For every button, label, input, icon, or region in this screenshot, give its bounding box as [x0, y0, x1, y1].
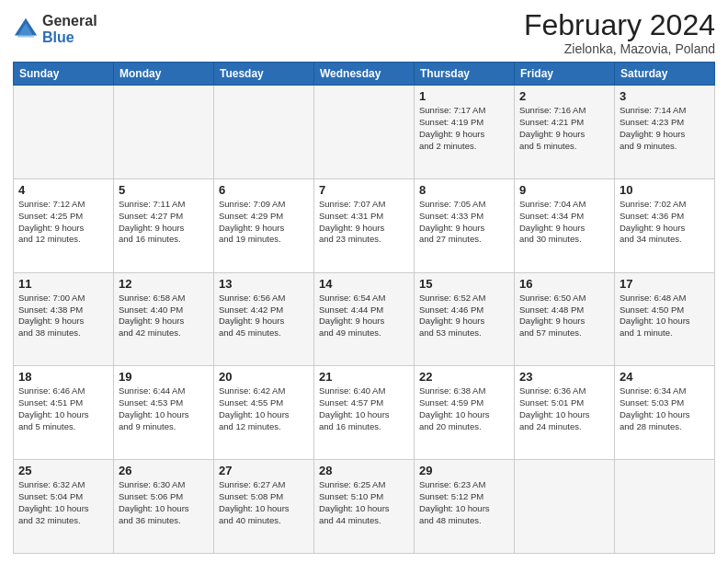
calendar-cell: 1Sunrise: 7:17 AM Sunset: 4:19 PM Daylig…: [415, 86, 515, 179]
col-monday: Monday: [114, 63, 214, 86]
calendar-cell: 12Sunrise: 6:58 AM Sunset: 4:40 PM Dayli…: [114, 272, 214, 366]
calendar-cell: [615, 460, 715, 554]
day-number: 6: [219, 183, 309, 197]
calendar-cell: 15Sunrise: 6:52 AM Sunset: 4:46 PM Dayli…: [415, 272, 515, 366]
day-info: Sunrise: 6:42 AM Sunset: 4:55 PM Dayligh…: [219, 385, 309, 432]
day-info: Sunrise: 7:02 AM Sunset: 4:36 PM Dayligh…: [620, 199, 710, 246]
calendar-cell: 17Sunrise: 6:48 AM Sunset: 4:50 PM Dayli…: [615, 272, 715, 366]
calendar-cell: 2Sunrise: 7:16 AM Sunset: 4:21 PM Daylig…: [515, 86, 615, 179]
day-number: 22: [419, 370, 509, 384]
day-number: 16: [519, 277, 609, 291]
day-number: 3: [620, 89, 710, 103]
calendar-cell: 6Sunrise: 7:09 AM Sunset: 4:29 PM Daylig…: [214, 178, 314, 272]
calendar-cell: 19Sunrise: 6:44 AM Sunset: 4:53 PM Dayli…: [114, 366, 214, 460]
calendar-cell: 3Sunrise: 7:14 AM Sunset: 4:23 PM Daylig…: [615, 86, 715, 179]
calendar-body: 1Sunrise: 7:17 AM Sunset: 4:19 PM Daylig…: [14, 86, 715, 554]
day-info: Sunrise: 6:52 AM Sunset: 4:46 PM Dayligh…: [419, 293, 509, 339]
day-info: Sunrise: 6:44 AM Sunset: 4:53 PM Dayligh…: [119, 385, 209, 432]
day-number: 20: [219, 370, 309, 384]
calendar-cell: 18Sunrise: 6:46 AM Sunset: 4:51 PM Dayli…: [14, 366, 114, 460]
logo-general-text: General: [42, 13, 97, 29]
day-info: Sunrise: 6:38 AM Sunset: 4:59 PM Dayligh…: [419, 385, 509, 432]
day-number: 19: [119, 370, 209, 384]
day-number: 24: [620, 370, 710, 384]
calendar-cell: 16Sunrise: 6:50 AM Sunset: 4:48 PM Dayli…: [515, 272, 615, 366]
calendar-cell: [515, 460, 615, 554]
col-tuesday: Tuesday: [214, 63, 314, 86]
day-info: Sunrise: 6:36 AM Sunset: 5:01 PM Dayligh…: [519, 385, 609, 432]
calendar-cell: 28Sunrise: 6:25 AM Sunset: 5:10 PM Dayli…: [314, 460, 415, 554]
title-block: February 2024 Zielonka, Mazovia, Poland: [524, 9, 715, 56]
day-number: 1: [419, 89, 509, 103]
col-wednesday: Wednesday: [314, 63, 415, 86]
day-number: 9: [519, 183, 609, 197]
day-number: 15: [419, 277, 509, 291]
day-info: Sunrise: 7:07 AM Sunset: 4:31 PM Dayligh…: [319, 199, 409, 246]
day-info: Sunrise: 7:09 AM Sunset: 4:29 PM Dayligh…: [219, 199, 309, 246]
logo-icon: [13, 17, 39, 42]
day-info: Sunrise: 7:17 AM Sunset: 4:19 PM Dayligh…: [419, 105, 509, 152]
calendar-week-3: 11Sunrise: 7:00 AM Sunset: 4:38 PM Dayli…: [14, 272, 715, 366]
day-number: 28: [319, 464, 409, 477]
day-number: 13: [219, 277, 309, 291]
col-thursday: Thursday: [415, 63, 515, 86]
calendar-cell: 7Sunrise: 7:07 AM Sunset: 4:31 PM Daylig…: [314, 178, 415, 272]
logo-blue-text: Blue: [42, 29, 97, 46]
day-number: 5: [119, 183, 209, 197]
day-number: 23: [519, 370, 609, 384]
header: General Blue February 2024 Zielonka, Maz…: [13, 9, 715, 56]
day-info: Sunrise: 7:11 AM Sunset: 4:27 PM Dayligh…: [119, 199, 209, 246]
calendar-cell: 4Sunrise: 7:12 AM Sunset: 4:25 PM Daylig…: [14, 178, 114, 272]
calendar-week-2: 4Sunrise: 7:12 AM Sunset: 4:25 PM Daylig…: [14, 178, 715, 272]
calendar-cell: 29Sunrise: 6:23 AM Sunset: 5:12 PM Dayli…: [415, 460, 515, 554]
day-number: 2: [519, 89, 609, 103]
subtitle: Zielonka, Mazovia, Poland: [524, 41, 715, 56]
day-info: Sunrise: 7:12 AM Sunset: 4:25 PM Dayligh…: [18, 199, 108, 246]
calendar-cell: 11Sunrise: 7:00 AM Sunset: 4:38 PM Dayli…: [14, 272, 114, 366]
calendar-table: Sunday Monday Tuesday Wednesday Thursday…: [13, 62, 715, 554]
day-number: 17: [620, 277, 710, 291]
day-info: Sunrise: 6:54 AM Sunset: 4:44 PM Dayligh…: [319, 293, 409, 339]
day-info: Sunrise: 7:14 AM Sunset: 4:23 PM Dayligh…: [620, 105, 710, 152]
logo-text: General Blue: [42, 13, 97, 45]
day-number: 27: [219, 464, 309, 477]
day-number: 18: [18, 370, 108, 384]
calendar-cell: 5Sunrise: 7:11 AM Sunset: 4:27 PM Daylig…: [114, 178, 214, 272]
day-info: Sunrise: 7:00 AM Sunset: 4:38 PM Dayligh…: [18, 293, 108, 339]
calendar-cell: 26Sunrise: 6:30 AM Sunset: 5:06 PM Dayli…: [114, 460, 214, 554]
calendar-cell: [114, 86, 214, 179]
day-info: Sunrise: 6:48 AM Sunset: 4:50 PM Dayligh…: [620, 293, 710, 339]
calendar-cell: 24Sunrise: 6:34 AM Sunset: 5:03 PM Dayli…: [615, 366, 715, 460]
calendar-cell: [214, 86, 314, 179]
calendar-cell: 23Sunrise: 6:36 AM Sunset: 5:01 PM Dayli…: [515, 366, 615, 460]
col-saturday: Saturday: [615, 63, 715, 86]
calendar-week-4: 18Sunrise: 6:46 AM Sunset: 4:51 PM Dayli…: [14, 366, 715, 460]
day-info: Sunrise: 6:58 AM Sunset: 4:40 PM Dayligh…: [119, 293, 209, 339]
calendar-cell: 27Sunrise: 6:27 AM Sunset: 5:08 PM Dayli…: [214, 460, 314, 554]
calendar-week-1: 1Sunrise: 7:17 AM Sunset: 4:19 PM Daylig…: [14, 86, 715, 179]
day-number: 25: [18, 464, 108, 477]
calendar-cell: 14Sunrise: 6:54 AM Sunset: 4:44 PM Dayli…: [314, 272, 415, 366]
calendar-cell: 9Sunrise: 7:04 AM Sunset: 4:34 PM Daylig…: [515, 178, 615, 272]
calendar-week-5: 25Sunrise: 6:32 AM Sunset: 5:04 PM Dayli…: [14, 460, 715, 554]
day-info: Sunrise: 6:23 AM Sunset: 5:12 PM Dayligh…: [419, 479, 509, 526]
day-number: 7: [319, 183, 409, 197]
day-info: Sunrise: 6:27 AM Sunset: 5:08 PM Dayligh…: [219, 479, 309, 526]
day-info: Sunrise: 7:04 AM Sunset: 4:34 PM Dayligh…: [519, 199, 609, 246]
day-info: Sunrise: 6:30 AM Sunset: 5:06 PM Dayligh…: [119, 479, 209, 526]
col-friday: Friday: [515, 63, 615, 86]
calendar-cell: 13Sunrise: 6:56 AM Sunset: 4:42 PM Dayli…: [214, 272, 314, 366]
day-number: 4: [18, 183, 108, 197]
day-number: 29: [419, 464, 509, 477]
logo: General Blue: [13, 13, 97, 45]
calendar-cell: 25Sunrise: 6:32 AM Sunset: 5:04 PM Dayli…: [14, 460, 114, 554]
day-number: 14: [319, 277, 409, 291]
day-info: Sunrise: 7:05 AM Sunset: 4:33 PM Dayligh…: [419, 199, 509, 246]
day-info: Sunrise: 6:50 AM Sunset: 4:48 PM Dayligh…: [519, 293, 609, 339]
day-info: Sunrise: 6:34 AM Sunset: 5:03 PM Dayligh…: [620, 385, 710, 432]
day-info: Sunrise: 6:46 AM Sunset: 4:51 PM Dayligh…: [18, 385, 108, 432]
day-info: Sunrise: 6:25 AM Sunset: 5:10 PM Dayligh…: [319, 479, 409, 526]
day-number: 10: [620, 183, 710, 197]
day-number: 21: [319, 370, 409, 384]
day-info: Sunrise: 6:32 AM Sunset: 5:04 PM Dayligh…: [18, 479, 108, 526]
